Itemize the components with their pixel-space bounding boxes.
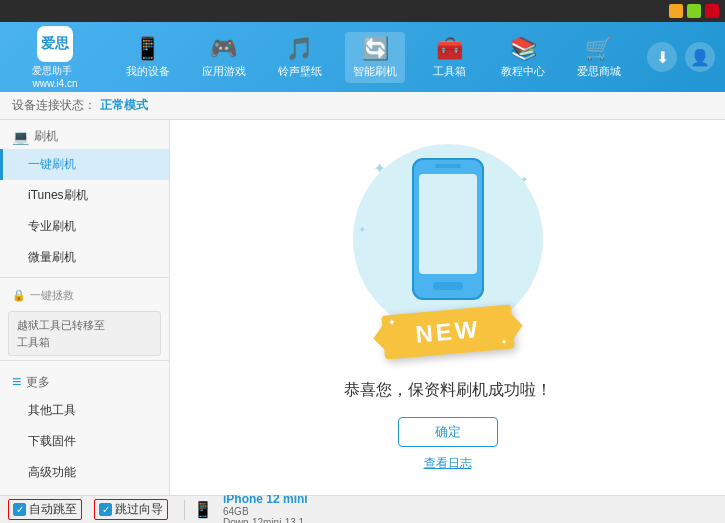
close-btn[interactable] xyxy=(705,4,719,18)
nav-right: ⬇ 👤 xyxy=(647,42,715,72)
device-firmware: Down-12mini-13,1 xyxy=(223,517,308,524)
svg-rect-1 xyxy=(419,174,477,274)
sidebar-item-itunes-flash[interactable]: iTunes刷机 xyxy=(0,180,169,211)
status-bar: 设备连接状态： 正常模式 xyxy=(0,92,725,120)
skip-wizard-checkbox-item: ✓ 跳过向导 xyxy=(94,499,168,520)
sparkle-1: ✦ xyxy=(373,159,386,178)
svg-rect-2 xyxy=(433,282,463,290)
log-link[interactable]: 查看日志 xyxy=(424,455,472,472)
title-bar xyxy=(0,0,725,22)
logo-icon: 爱思 xyxy=(37,26,73,62)
phone-svg xyxy=(403,154,493,317)
nav-label-mall: 爱思商城 xyxy=(577,64,621,79)
smart-flash-icon: 🔄 xyxy=(362,36,389,62)
nav-label-tutorials: 教程中心 xyxy=(501,64,545,79)
device-phone-icon: 📱 xyxy=(193,500,213,519)
skip-wizard-checkbox[interactable]: ✓ xyxy=(99,503,112,516)
nav-item-toolbox[interactable]: 🧰 工具箱 xyxy=(421,32,477,83)
checkbox-area: ✓ 自动跳至 ✓ 跳过向导 xyxy=(8,499,168,520)
auto-jump-checkbox-item: ✓ 自动跳至 xyxy=(8,499,82,520)
status-label: 设备连接状态： xyxy=(12,97,96,114)
maximize-btn[interactable] xyxy=(687,4,701,18)
device-info: iPhone 12 mini 64GB Down-12mini-13,1 xyxy=(223,492,308,524)
confirm-button[interactable]: 确定 xyxy=(398,417,498,447)
content-area: ✦ ✦ ✦ xyxy=(170,120,725,495)
status-value: 正常模式 xyxy=(100,97,148,114)
skip-wizard-label: 跳过向导 xyxy=(115,501,163,518)
nav-label-smart-flash: 智能刷机 xyxy=(353,64,397,79)
nav-items: 📱 我的设备 🎮 应用游戏 🎵 铃声壁纸 🔄 智能刷机 🧰 工具箱 📚 教程中心… xyxy=(110,32,637,83)
device-icon: 📱 xyxy=(134,36,161,62)
header: 爱思 爱思助手 www.i4.cn 📱 我的设备 🎮 应用游戏 🎵 铃声壁纸 🔄… xyxy=(0,22,725,92)
flash-section-icon: 💻 xyxy=(12,129,29,145)
rescue-icon: 🔒 xyxy=(12,289,26,302)
sidebar-item-one-click-flash[interactable]: 一键刷机 xyxy=(0,149,169,180)
nav-label-ringtones: 铃声壁纸 xyxy=(278,64,322,79)
rescue-label: 一键拯救 xyxy=(30,288,74,303)
sidebar-section-more: ≡ 更多 xyxy=(0,365,169,395)
sparkle-2: ✦ xyxy=(520,174,528,185)
nav-item-apps-games[interactable]: 🎮 应用游戏 xyxy=(194,32,254,83)
nav-item-ringtones[interactable]: 🎵 铃声壁纸 xyxy=(270,32,330,83)
download-btn[interactable]: ⬇ xyxy=(647,42,677,72)
sidebar-item-advanced[interactable]: 高级功能 xyxy=(0,457,169,488)
main-layout: 💻 刷机 一键刷机 iTunes刷机 专业刷机 微量刷机 🔒 一键拯救 越狱工具… xyxy=(0,120,725,495)
phone-illustration: ✦ ✦ ✦ xyxy=(348,144,548,364)
new-badge: NEW xyxy=(414,315,481,348)
ringtones-icon: 🎵 xyxy=(286,36,313,62)
sidebar-divider-2 xyxy=(0,360,169,361)
minimize-btn[interactable] xyxy=(669,4,683,18)
device-storage: 64GB xyxy=(223,506,308,517)
sidebar-item-download-firmware[interactable]: 下载固件 xyxy=(0,426,169,457)
nav-item-mall[interactable]: 🛒 爱思商城 xyxy=(569,32,629,83)
sidebar: 💻 刷机 一键刷机 iTunes刷机 专业刷机 微量刷机 🔒 一键拯救 越狱工具… xyxy=(0,120,170,495)
more-section-label: 更多 xyxy=(26,374,50,391)
tutorials-icon: 📚 xyxy=(510,36,537,62)
user-btn[interactable]: 👤 xyxy=(685,42,715,72)
device-bar-divider xyxy=(184,500,185,520)
jailbreak-notice: 越狱工具已转移至工具箱 xyxy=(8,311,161,356)
nav-item-smart-flash[interactable]: 🔄 智能刷机 xyxy=(345,32,405,83)
flash-section-label: 刷机 xyxy=(34,128,58,145)
apps-icon: 🎮 xyxy=(210,36,237,62)
auto-jump-checkbox[interactable]: ✓ xyxy=(13,503,26,516)
sidebar-section-flash: 💻 刷机 xyxy=(0,120,169,149)
sidebar-divider-1 xyxy=(0,277,169,278)
nav-label-my-device: 我的设备 xyxy=(126,64,170,79)
nav-item-tutorials[interactable]: 📚 教程中心 xyxy=(493,32,553,83)
device-bar: ✓ 自动跳至 ✓ 跳过向导 📱 iPhone 12 mini 64GB Down… xyxy=(0,495,725,523)
nav-item-my-device[interactable]: 📱 我的设备 xyxy=(118,32,178,83)
sidebar-item-pro-flash[interactable]: 专业刷机 xyxy=(0,211,169,242)
nav-label-apps-games: 应用游戏 xyxy=(202,64,246,79)
nav-label-toolbox: 工具箱 xyxy=(433,64,466,79)
auto-jump-label: 自动跳至 xyxy=(29,501,77,518)
sidebar-subsection-rescue: 🔒 一键拯救 xyxy=(0,282,169,307)
new-star-left: ✦ xyxy=(387,316,396,328)
sparkle-3: ✦ xyxy=(358,224,366,235)
new-star-right: ✦ xyxy=(500,337,508,347)
sidebar-item-wipe-flash[interactable]: 微量刷机 xyxy=(0,242,169,273)
sidebar-item-other-tools[interactable]: 其他工具 xyxy=(0,395,169,426)
more-section-icon: ≡ xyxy=(12,373,21,391)
mall-icon: 🛒 xyxy=(585,36,612,62)
svg-rect-3 xyxy=(435,164,461,168)
logo-text: 爱思助手 www.i4.cn xyxy=(32,64,77,89)
success-text: 恭喜您，保资料刷机成功啦！ xyxy=(344,380,552,401)
toolbox-icon: 🧰 xyxy=(436,36,463,62)
logo[interactable]: 爱思 爱思助手 www.i4.cn xyxy=(10,26,100,89)
